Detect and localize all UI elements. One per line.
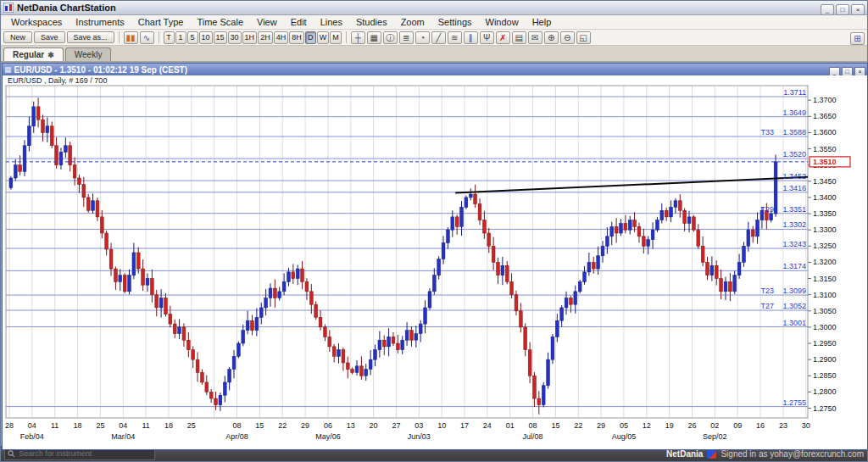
chart-window-icon: ▦ <box>4 64 12 75</box>
price-axis[interactable]: 1.37001.36501.36001.35501.35001.34501.34… <box>808 96 837 412</box>
candle <box>237 342 241 359</box>
save-as-button[interactable]: Save as... <box>67 31 114 43</box>
delete-drawings-icon[interactable]: ✗ <box>496 31 510 44</box>
svg-text:Jun/03: Jun/03 <box>408 432 431 441</box>
svg-text:1.3174: 1.3174 <box>782 262 806 270</box>
timeframe-t-button[interactable]: T <box>164 31 175 44</box>
menu-help[interactable]: Help <box>526 16 559 28</box>
tab-weekly[interactable]: Weekly <box>65 47 112 61</box>
pitchfork-tool-icon[interactable]: Ψ <box>480 31 494 44</box>
new-button[interactable]: New <box>3 31 32 43</box>
current-price-box[interactable]: 1.3510 <box>810 157 850 167</box>
svg-text:03: 03 <box>415 421 423 430</box>
timeframe-1-button[interactable]: 1 <box>175 31 186 44</box>
horizontal-line-tool-icon[interactable]: ┼ <box>351 31 365 44</box>
signed-in-label[interactable]: Signed in as yohay@forexcrunch.com <box>721 449 864 459</box>
zoom-out-icon[interactable]: ⊖ <box>560 31 575 44</box>
time-axis[interactable]: 2804111825041118250815222906132027031017… <box>5 421 810 441</box>
timeframe-w-button[interactable]: W <box>317 31 330 44</box>
candle <box>574 286 577 314</box>
grid-toggle-icon[interactable]: ▦ <box>367 31 381 44</box>
candle <box>615 218 618 242</box>
timeframe-15-button[interactable]: 15 <box>214 31 227 44</box>
menu-window[interactable]: Window <box>479 16 526 28</box>
svg-text:18: 18 <box>74 421 82 430</box>
svg-text:T23: T23 <box>760 287 774 295</box>
candle <box>9 176 13 190</box>
candle <box>314 301 318 320</box>
alert-icon[interactable]: ◔ <box>415 31 430 44</box>
timeframe-8h-button[interactable]: 8H <box>289 31 304 44</box>
menu-lines[interactable]: Lines <box>314 16 349 28</box>
menu-edit[interactable]: Edit <box>284 16 314 28</box>
line-chart-icon[interactable]: ∿ <box>140 31 154 44</box>
candle <box>228 367 231 391</box>
candle <box>69 142 72 171</box>
chart-window-titlebar[interactable]: ▦ EUR/USD - 1.3510 - 01:02:12 19 Sep (CE… <box>3 64 867 75</box>
menu-studies[interactable]: Studies <box>349 16 394 28</box>
menu-instruments[interactable]: Instruments <box>69 16 131 28</box>
candle <box>482 211 486 239</box>
minimize-button[interactable]: _ <box>821 4 834 15</box>
candle <box>678 194 682 218</box>
menu-view[interactable]: View <box>250 16 284 28</box>
svg-text:11: 11 <box>142 421 149 430</box>
timeframe-2h-button[interactable]: 2H <box>258 31 273 44</box>
candle <box>587 253 591 276</box>
candle <box>78 175 81 193</box>
trendline[interactable] <box>455 177 808 193</box>
toolbar-right-group: ⊞ <box>850 30 865 45</box>
candle <box>505 261 509 285</box>
tab-label: Weekly <box>75 50 103 59</box>
app-icon <box>3 3 14 13</box>
email-chart-icon[interactable]: ✉ <box>528 31 542 44</box>
trendline-tool-icon[interactable]: ╱ <box>431 31 446 44</box>
timeframe-10-button[interactable]: 10 <box>199 31 213 44</box>
fibonacci-tool-icon[interactable]: ≋ <box>448 31 462 44</box>
maximize-button[interactable]: □ <box>836 4 849 15</box>
workspace-layout-icon[interactable]: ⊞ <box>850 32 865 45</box>
timeframe-m-button[interactable]: M <box>330 31 342 44</box>
timeframe-30-button[interactable]: 30 <box>228 31 242 44</box>
candle <box>528 342 531 384</box>
candle <box>647 236 650 254</box>
quote-panel-icon[interactable]: ≣ <box>399 31 414 44</box>
candle <box>105 231 108 255</box>
timeframe-4h-button[interactable]: 4H <box>274 31 289 44</box>
candle <box>437 256 441 280</box>
fullscreen-icon[interactable]: ◱ <box>576 31 591 44</box>
timeframe-1h-button[interactable]: 1H <box>242 31 258 44</box>
candle <box>610 222 614 246</box>
menu-workspaces[interactable]: Workspaces <box>4 16 69 28</box>
svg-text:1.3550: 1.3550 <box>813 145 837 153</box>
print-icon[interactable]: ▤ <box>512 31 526 44</box>
candle <box>232 350 236 378</box>
timeframe-d-button[interactable]: D <box>305 31 316 44</box>
candle <box>346 357 349 379</box>
svg-text:1.3200: 1.3200 <box>813 258 837 266</box>
candle <box>251 315 254 336</box>
candle <box>269 283 272 307</box>
candlestick-series <box>9 97 777 415</box>
channel-tool-icon[interactable]: ∥ <box>464 31 478 44</box>
tab-regular[interactable]: Regular✱ <box>3 47 64 61</box>
menu-time-scale[interactable]: Time Scale <box>190 16 250 28</box>
chart-area[interactable]: EUR/USD , Daily, # 169 / 700 1.37111.364… <box>3 75 867 449</box>
candle <box>583 266 587 285</box>
candle <box>605 227 609 253</box>
menu-chart-type[interactable]: Chart Type <box>131 16 191 28</box>
menu-settings[interactable]: Settings <box>431 16 479 28</box>
info-icon[interactable]: ⓘ <box>383 31 398 44</box>
close-button[interactable]: × <box>851 4 865 15</box>
candle <box>455 214 459 235</box>
candle <box>428 288 431 310</box>
svg-text:Aug/05: Aug/05 <box>612 432 637 441</box>
menu-zoom[interactable]: Zoom <box>394 16 431 28</box>
svg-text:1.3302: 1.3302 <box>782 220 806 229</box>
save-button[interactable]: Save <box>34 31 65 43</box>
timeframe-5-button[interactable]: 5 <box>187 31 198 44</box>
zoom-in-icon[interactable]: ⊕ <box>544 31 559 44</box>
svg-text:1.3050: 1.3050 <box>813 307 837 315</box>
candlestick-chart[interactable]: 1.37111.36491.3588T331.35201.34521.34161… <box>3 75 865 448</box>
candlestick-chart-icon[interactable]: ▮▮ <box>124 31 138 44</box>
